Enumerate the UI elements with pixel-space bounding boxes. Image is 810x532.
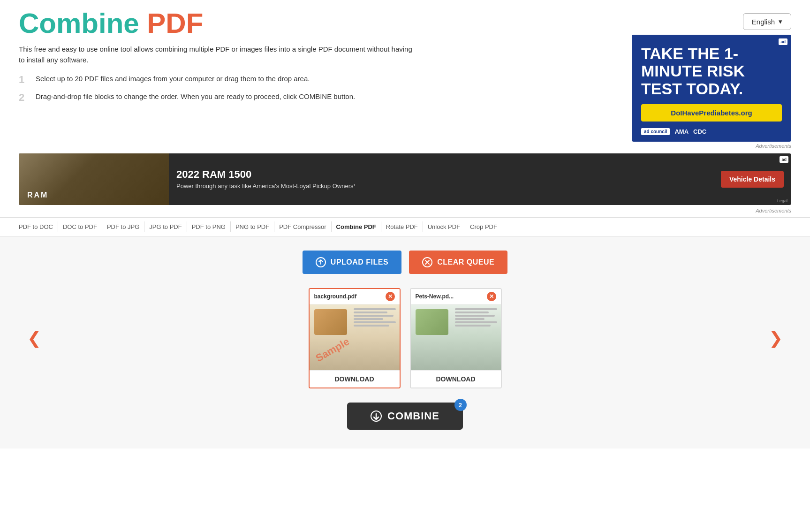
file-card-0-header: background.pdf ✕ [310, 289, 400, 304]
file-card-1-name: Pets-New.pd... [416, 293, 454, 300]
line [455, 308, 497, 310]
ad-right-title: TAKE THE 1-MINUTE RISK TEST TODAY. [641, 45, 782, 98]
ram-tagline: Power through any task like America's Mo… [176, 182, 713, 190]
nav-rotate-pdf[interactable]: Rotate PDF [381, 221, 423, 232]
combine-icon [371, 410, 382, 422]
file-card-1-download[interactable]: DOWNLOAD [411, 370, 501, 388]
step-1-number: 1 [19, 74, 36, 86]
line [455, 325, 491, 327]
carousel-next-button[interactable]: ❯ [760, 328, 791, 348]
step-2-text: Drag-and-drop file blocks to change the … [36, 91, 355, 102]
main-tool-area: UPLOAD FILES CLEAR QUEUE ❮ background.pd… [0, 236, 810, 448]
nav-pdf-to-doc[interactable]: PDF to DOC [14, 221, 58, 232]
file-card-0-close[interactable]: ✕ [386, 292, 395, 301]
step-1: 1 Select up to 20 PDF files and images f… [19, 74, 413, 86]
line [354, 312, 387, 313]
ad-bottom-label: Advertisements [0, 208, 810, 213]
chevron-down-icon: ▾ [779, 17, 782, 26]
ad-right-logos: ad council AMA CDC [641, 128, 782, 135]
preview-lines-0 [354, 308, 396, 328]
nav-pdf-to-png[interactable]: PDF to PNG [187, 221, 231, 232]
nav-combine-pdf[interactable]: Combine PDF [332, 221, 381, 232]
carousel-prev-button[interactable]: ❮ [19, 328, 50, 348]
line [455, 315, 495, 317]
nav-pdf-to-jpg[interactable]: PDF to JPG [102, 221, 144, 232]
combine-button[interactable]: COMBINE 2 [347, 403, 463, 430]
app-description: This free and easy to use online tool al… [19, 44, 413, 65]
ram-ad-content: 2022 RAM 1500 Power through any task lik… [169, 162, 721, 197]
nav-doc-to-pdf[interactable]: DOC to PDF [58, 221, 102, 232]
file-card-0-name: background.pdf [314, 293, 357, 300]
ad-logo-cdc: CDC [693, 128, 706, 135]
line [354, 308, 396, 310]
line [455, 312, 489, 313]
nav-jpg-to-pdf[interactable]: JPG to PDF [144, 221, 187, 232]
files-list: background.pdf ✕ Sample DOWNLOAD [50, 288, 760, 388]
preview-lines-1 [455, 308, 497, 328]
ad-icon-right: ad [779, 38, 787, 45]
tool-navigation: PDF to DOC DOC to PDF PDF to JPG JPG to … [0, 217, 810, 236]
combine-badge: 2 [454, 399, 467, 411]
ad-logo-adcouncil: ad council [641, 128, 670, 135]
file-card-0-preview: Sample [310, 304, 400, 370]
line [455, 321, 497, 323]
ad-banner-right: ad TAKE THE 1-MINUTE RISK TEST TODAY. Do… [632, 35, 791, 142]
upload-icon [316, 257, 326, 267]
ram-logo: RAM [27, 191, 48, 199]
ad-banner-bottom: ad RAM 2022 RAM 1500 Power through any t… [19, 153, 791, 205]
ad-logo-ama: AMA [674, 128, 689, 135]
ram-year: 2022 RAM 1500 [176, 168, 713, 181]
ad-right-link[interactable]: DoIHavePrediabetes.org [641, 104, 782, 122]
file-card-0-download[interactable]: DOWNLOAD [310, 370, 400, 388]
logo-pdf: PDF [147, 8, 203, 39]
upload-files-button[interactable]: UPLOAD FILES [303, 251, 401, 274]
step-2: 2 Drag-and-drop file blocks to change th… [19, 91, 413, 104]
files-carousel: ❮ background.pdf ✕ [19, 288, 791, 388]
file-card-1-preview [411, 304, 501, 370]
preview-watermark-0: Sample [313, 335, 351, 365]
nav-pdf-compressor[interactable]: PDF Compressor [274, 221, 331, 232]
file-card-1-header: Pets-New.pd... ✕ [411, 289, 501, 304]
language-label: English [752, 18, 775, 26]
language-selector[interactable]: English ▾ [743, 9, 791, 30]
ad-right-label: Advertisements [622, 143, 791, 149]
ram-vehicle-details-button[interactable]: Vehicle Details [721, 171, 784, 188]
logo-combine: Combine [19, 8, 139, 39]
nav-crop-pdf[interactable]: Crop PDF [465, 221, 502, 232]
preview-cat-0 [314, 309, 347, 335]
line [455, 318, 484, 320]
line [354, 318, 383, 320]
clear-icon [422, 257, 432, 267]
line [354, 325, 390, 327]
file-card-1-close[interactable]: ✕ [487, 292, 496, 301]
nav-unlock-pdf[interactable]: Unlock PDF [423, 221, 465, 232]
line [354, 315, 394, 317]
action-buttons: UPLOAD FILES CLEAR QUEUE [19, 251, 791, 274]
step-2-number: 2 [19, 91, 36, 104]
ram-legal: Legal [777, 198, 787, 203]
app-logo: Combine PDF [19, 9, 413, 38]
file-card-0: background.pdf ✕ Sample DOWNLOAD [309, 288, 401, 388]
ram-truck-image: RAM [19, 153, 169, 205]
nav-png-to-pdf[interactable]: PNG to PDF [231, 221, 274, 232]
preview-cat-1 [416, 309, 448, 335]
step-1-text: Select up to 20 PDF files and images fro… [36, 74, 310, 84]
file-card-1: Pets-New.pd... ✕ DOWNLOAD [410, 288, 502, 388]
line [354, 321, 396, 323]
ad-icon-bottom: ad [780, 156, 788, 163]
clear-queue-button[interactable]: CLEAR QUEUE [409, 251, 507, 274]
combine-btn-area: COMBINE 2 [19, 403, 791, 430]
language-button[interactable]: English ▾ [743, 13, 791, 30]
